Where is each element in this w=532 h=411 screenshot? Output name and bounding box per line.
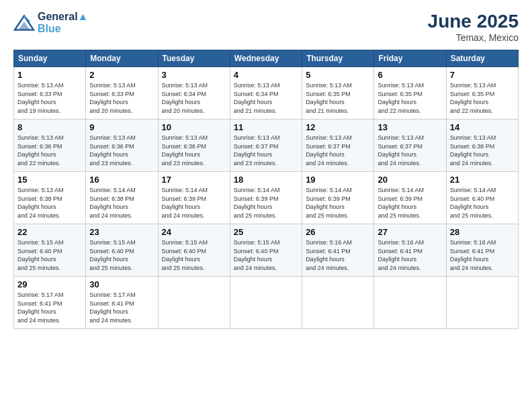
table-row: 28 Sunrise: 5:16 AM Sunset: 6:41 PM Dayl…: [446, 224, 518, 277]
day-number: 23: [89, 227, 154, 237]
day-info: Sunrise: 5:14 AM Sunset: 6:39 PM Dayligh…: [162, 186, 226, 220]
table-row: 3 Sunrise: 5:13 AM Sunset: 6:34 PM Dayli…: [158, 67, 230, 120]
day-info: Sunrise: 5:13 AM Sunset: 6:36 PM Dayligh…: [89, 134, 154, 167]
day-number: 12: [306, 122, 370, 132]
day-info: Sunrise: 5:13 AM Sunset: 6:35 PM Dayligh…: [306, 81, 370, 115]
day-info: Sunrise: 5:13 AM Sunset: 6:36 PM Dayligh…: [162, 134, 226, 167]
day-info: Sunrise: 5:13 AM Sunset: 6:36 PM Dayligh…: [17, 134, 82, 167]
day-info: Sunrise: 5:17 AM Sunset: 6:41 PM Dayligh…: [17, 291, 82, 324]
col-sunday: Sunday: [14, 50, 86, 67]
day-number: 11: [234, 122, 298, 132]
day-number: 3: [162, 70, 226, 80]
day-number: 9: [89, 122, 154, 132]
day-number: 10: [162, 122, 226, 132]
day-info: Sunrise: 5:14 AM Sunset: 6:38 PM Dayligh…: [89, 186, 154, 220]
table-row: 29 Sunrise: 5:17 AM Sunset: 6:41 PM Dayl…: [14, 277, 86, 329]
table-row: [446, 277, 518, 329]
day-info: Sunrise: 5:16 AM Sunset: 6:41 PM Dayligh…: [378, 238, 442, 272]
day-info: Sunrise: 5:13 AM Sunset: 6:34 PM Dayligh…: [234, 81, 298, 115]
day-number: 5: [306, 70, 370, 80]
day-info: Sunrise: 5:13 AM Sunset: 6:34 PM Dayligh…: [162, 81, 226, 115]
day-info: Sunrise: 5:13 AM Sunset: 6:35 PM Dayligh…: [378, 81, 442, 115]
day-number: 8: [17, 122, 82, 132]
logo: General▲ Blue: [13, 11, 88, 35]
calendar-week-row: 1 Sunrise: 5:13 AM Sunset: 6:33 PM Dayli…: [14, 67, 519, 120]
col-monday: Monday: [86, 50, 158, 67]
day-info: Sunrise: 5:15 AM Sunset: 6:40 PM Dayligh…: [234, 238, 298, 272]
day-number: 24: [162, 227, 226, 237]
calendar-week-row: 8 Sunrise: 5:13 AM Sunset: 6:36 PM Dayli…: [14, 120, 519, 172]
day-number: 25: [234, 227, 298, 237]
day-info: Sunrise: 5:13 AM Sunset: 6:37 PM Dayligh…: [234, 134, 298, 167]
table-row: 6 Sunrise: 5:13 AM Sunset: 6:35 PM Dayli…: [374, 67, 446, 120]
logo-icon: [13, 13, 35, 32]
day-number: 21: [450, 175, 515, 185]
location: Temax, Mexico: [428, 32, 519, 43]
day-info: Sunrise: 5:13 AM Sunset: 6:38 PM Dayligh…: [17, 186, 82, 220]
calendar-week-row: 15 Sunrise: 5:13 AM Sunset: 6:38 PM Dayl…: [14, 172, 519, 224]
col-tuesday: Tuesday: [158, 50, 230, 67]
day-number: 13: [378, 122, 442, 132]
day-number: 18: [234, 175, 298, 185]
table-row: 22 Sunrise: 5:15 AM Sunset: 6:40 PM Dayl…: [14, 224, 86, 277]
table-row: 15 Sunrise: 5:13 AM Sunset: 6:38 PM Dayl…: [14, 172, 86, 224]
day-info: Sunrise: 5:13 AM Sunset: 6:38 PM Dayligh…: [450, 134, 515, 167]
day-info: Sunrise: 5:13 AM Sunset: 6:37 PM Dayligh…: [378, 134, 442, 167]
day-number: 20: [378, 175, 442, 185]
table-row: 16 Sunrise: 5:14 AM Sunset: 6:38 PM Dayl…: [86, 172, 158, 224]
day-number: 16: [89, 175, 154, 185]
day-info: Sunrise: 5:15 AM Sunset: 6:40 PM Dayligh…: [17, 238, 82, 272]
day-number: 27: [378, 227, 442, 237]
table-row: 20 Sunrise: 5:14 AM Sunset: 6:39 PM Dayl…: [374, 172, 446, 224]
calendar-week-row: 22 Sunrise: 5:15 AM Sunset: 6:40 PM Dayl…: [14, 224, 519, 277]
day-number: 4: [234, 70, 298, 80]
table-row: 9 Sunrise: 5:13 AM Sunset: 6:36 PM Dayli…: [86, 120, 158, 172]
day-number: 19: [306, 175, 370, 185]
col-wednesday: Wednesday: [230, 50, 302, 67]
table-row: 13 Sunrise: 5:13 AM Sunset: 6:37 PM Dayl…: [374, 120, 446, 172]
day-number: 2: [89, 70, 154, 80]
day-info: Sunrise: 5:13 AM Sunset: 6:35 PM Dayligh…: [450, 81, 515, 115]
table-row: 27 Sunrise: 5:16 AM Sunset: 6:41 PM Dayl…: [374, 224, 446, 277]
day-info: Sunrise: 5:17 AM Sunset: 6:41 PM Dayligh…: [89, 291, 154, 324]
day-number: 22: [17, 227, 82, 237]
day-number: 17: [162, 175, 226, 185]
table-row: 14 Sunrise: 5:13 AM Sunset: 6:38 PM Dayl…: [446, 120, 518, 172]
table-row: 1 Sunrise: 5:13 AM Sunset: 6:33 PM Dayli…: [14, 67, 86, 120]
day-number: 14: [450, 122, 515, 132]
calendar-week-row: 29 Sunrise: 5:17 AM Sunset: 6:41 PM Dayl…: [14, 277, 519, 329]
day-info: Sunrise: 5:15 AM Sunset: 6:40 PM Dayligh…: [162, 238, 226, 272]
header: General▲ Blue June 2025 Temax, Mexico: [13, 11, 519, 43]
table-row: 11 Sunrise: 5:13 AM Sunset: 6:37 PM Dayl…: [230, 120, 302, 172]
day-number: 6: [378, 70, 442, 80]
table-row: 25 Sunrise: 5:15 AM Sunset: 6:40 PM Dayl…: [230, 224, 302, 277]
day-number: 15: [17, 175, 82, 185]
table-row: [230, 277, 302, 329]
table-row: 10 Sunrise: 5:13 AM Sunset: 6:36 PM Dayl…: [158, 120, 230, 172]
month-title: June 2025: [428, 11, 519, 32]
table-row: 4 Sunrise: 5:13 AM Sunset: 6:34 PM Dayli…: [230, 67, 302, 120]
col-saturday: Saturday: [446, 50, 518, 67]
day-info: Sunrise: 5:16 AM Sunset: 6:41 PM Dayligh…: [450, 238, 515, 272]
table-row: [302, 277, 374, 329]
table-row: 23 Sunrise: 5:15 AM Sunset: 6:40 PM Dayl…: [86, 224, 158, 277]
day-info: Sunrise: 5:14 AM Sunset: 6:39 PM Dayligh…: [378, 186, 442, 220]
title-block: June 2025 Temax, Mexico: [428, 11, 519, 43]
table-row: 2 Sunrise: 5:13 AM Sunset: 6:33 PM Dayli…: [86, 67, 158, 120]
table-row: 24 Sunrise: 5:15 AM Sunset: 6:40 PM Dayl…: [158, 224, 230, 277]
day-info: Sunrise: 5:14 AM Sunset: 6:39 PM Dayligh…: [234, 186, 298, 220]
table-row: 17 Sunrise: 5:14 AM Sunset: 6:39 PM Dayl…: [158, 172, 230, 224]
col-thursday: Thursday: [302, 50, 374, 67]
day-number: 29: [17, 279, 82, 289]
day-number: 26: [306, 227, 370, 237]
day-info: Sunrise: 5:13 AM Sunset: 6:37 PM Dayligh…: [306, 134, 370, 167]
table-row: 8 Sunrise: 5:13 AM Sunset: 6:36 PM Dayli…: [14, 120, 86, 172]
table-row: 18 Sunrise: 5:14 AM Sunset: 6:39 PM Dayl…: [230, 172, 302, 224]
table-row: 30 Sunrise: 5:17 AM Sunset: 6:41 PM Dayl…: [86, 277, 158, 329]
table-row: 21 Sunrise: 5:14 AM Sunset: 6:40 PM Dayl…: [446, 172, 518, 224]
table-row: 7 Sunrise: 5:13 AM Sunset: 6:35 PM Dayli…: [446, 67, 518, 120]
table-row: 26 Sunrise: 5:16 AM Sunset: 6:41 PM Dayl…: [302, 224, 374, 277]
day-info: Sunrise: 5:13 AM Sunset: 6:33 PM Dayligh…: [17, 81, 82, 115]
table-row: [158, 277, 230, 329]
day-info: Sunrise: 5:16 AM Sunset: 6:41 PM Dayligh…: [306, 238, 370, 272]
